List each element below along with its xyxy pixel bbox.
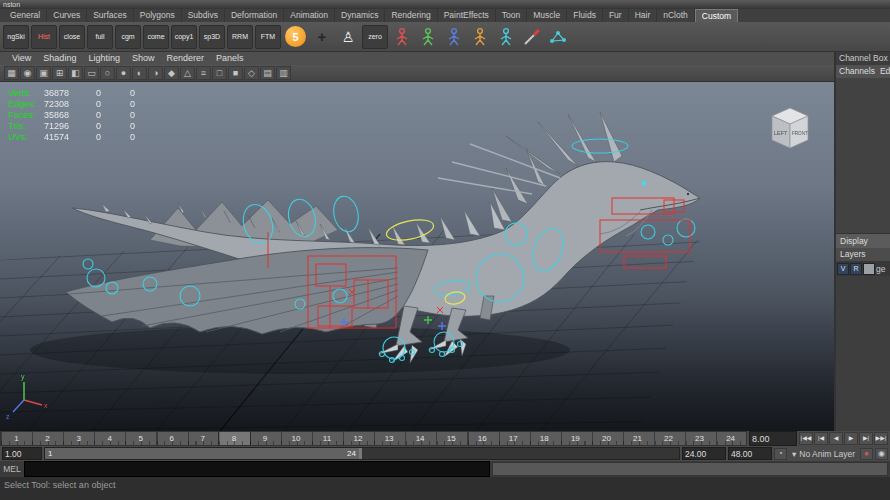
playback-button[interactable]: ▶▶| xyxy=(874,432,888,445)
shelf-button[interactable]: come xyxy=(143,25,169,49)
panel-menu-item[interactable]: View xyxy=(6,52,37,65)
range-slider[interactable]: 1 24 xyxy=(44,447,680,460)
wireframe-icon[interactable]: ■ xyxy=(228,66,243,80)
shelf-tab[interactable]: Rendering xyxy=(385,9,437,22)
playback-button[interactable]: |◀ xyxy=(814,432,828,445)
resolution-gate-icon[interactable]: ◑ xyxy=(148,66,163,80)
layer-name[interactable]: ge xyxy=(876,264,889,274)
shelf-button[interactable]: full xyxy=(87,25,113,49)
image-plane-icon[interactable]: ◧ xyxy=(68,66,83,80)
shelf-button[interactable]: ngSki xyxy=(3,25,29,49)
skeleton-orange-icon[interactable] xyxy=(468,25,492,49)
shelf-tab[interactable]: nCloth xyxy=(657,9,695,22)
shelf-tab[interactable]: Dynamics xyxy=(335,9,385,22)
panel-menu-item[interactable]: Show xyxy=(126,52,161,65)
playback-end-field[interactable] xyxy=(682,447,726,460)
shelf-tab[interactable]: Muscle xyxy=(527,9,567,22)
shelf-tab[interactable]: Animation xyxy=(284,9,335,22)
ball-5-icon[interactable]: 5 xyxy=(285,26,306,47)
safe-title-icon[interactable]: □ xyxy=(212,66,227,80)
lights-icon[interactable]: ▥ xyxy=(276,66,291,80)
skeleton-cyan-icon[interactable] xyxy=(494,25,518,49)
edit-menu[interactable]: Edit xyxy=(880,65,890,78)
animation-preferences-icon[interactable]: ◉ xyxy=(875,448,888,460)
textured-icon[interactable]: ▤ xyxy=(260,66,275,80)
shelf-tab[interactable]: PaintEffects xyxy=(438,9,496,22)
two-d-pan-zoom-icon[interactable]: ▭ xyxy=(84,66,99,80)
playback-button[interactable]: |◀◀ xyxy=(799,432,813,445)
brush-icon[interactable] xyxy=(520,25,544,49)
auto-keyframe-icon[interactable]: ● xyxy=(860,448,873,460)
layer-render-toggle[interactable]: R xyxy=(850,263,862,275)
viewport[interactable]: y x z LEFT FRONT Verts: 36878 0 0 Edges:… xyxy=(0,82,834,431)
camera-attributes-icon[interactable]: ▣ xyxy=(36,66,51,80)
current-time-field[interactable] xyxy=(749,431,797,446)
shelf-tab[interactable]: Polygons xyxy=(134,9,182,22)
shelf-button[interactable]: close xyxy=(59,25,85,49)
shelf-button[interactable]: FTM xyxy=(255,25,281,49)
bookmark-icon[interactable]: ⊞ xyxy=(52,66,67,80)
layers-menu[interactable]: Layers xyxy=(836,248,890,261)
shelf-tab[interactable]: Surfaces xyxy=(87,9,134,22)
layer-color-swatch[interactable] xyxy=(863,263,875,275)
dark-cross-icon[interactable]: + xyxy=(310,25,334,49)
grease-pencil-icon[interactable]: ○ xyxy=(100,66,115,80)
playback-button[interactable]: ◀ xyxy=(829,432,843,445)
command-line-input[interactable] xyxy=(24,461,490,477)
grid-icon[interactable]: ● xyxy=(116,66,131,80)
shelf-tab[interactable]: Curves xyxy=(47,9,87,22)
hypergraph-icon[interactable] xyxy=(546,25,570,49)
anim-layer-dropdown[interactable]: ▾ No Anim Layer xyxy=(789,449,858,459)
playback-button[interactable]: ▶ xyxy=(844,432,858,445)
channels-menu[interactable]: Channels xyxy=(839,65,875,78)
command-line-language-toggle[interactable]: MEL xyxy=(0,464,24,474)
view-cube-left-face[interactable]: LEFT xyxy=(774,130,788,136)
shelf-button[interactable]: RRM xyxy=(227,25,253,49)
shelf-button[interactable]: copy1 xyxy=(171,25,197,49)
frame-label: 3 xyxy=(63,432,94,445)
shelf-tab[interactable]: Fur xyxy=(603,9,629,22)
view-cube-front-face[interactable]: FRONT xyxy=(792,131,808,136)
shelf-button[interactable]: Hist xyxy=(31,25,57,49)
playback-options-icon[interactable]: ◔ xyxy=(774,448,787,460)
dragon-model[interactable] xyxy=(66,112,700,363)
skeleton-blue-icon[interactable] xyxy=(442,25,466,49)
shelf-tab[interactable]: Fluids xyxy=(567,9,603,22)
panel-menu-item[interactable]: Lighting xyxy=(82,52,126,65)
safe-action-icon[interactable]: ≡ xyxy=(196,66,211,80)
hud-col2: 0 xyxy=(96,99,130,109)
playhead[interactable] xyxy=(218,432,251,445)
animation-start-field[interactable] xyxy=(2,447,42,460)
display-tab[interactable]: Display xyxy=(836,233,890,248)
shelf-tab[interactable]: Deformation xyxy=(225,9,284,22)
time-slider[interactable]: 123456789101112131415161718192021222324 xyxy=(0,431,747,446)
pawn-figure-icon[interactable]: ♙ xyxy=(336,25,360,49)
shaded-icon[interactable]: ◇ xyxy=(244,66,259,80)
field-chart-icon[interactable]: △ xyxy=(180,66,195,80)
shelf-tab[interactable]: General xyxy=(4,9,47,22)
panel-menu-item[interactable]: Shading xyxy=(37,52,82,65)
zero-shelf-button[interactable]: zero xyxy=(362,25,388,49)
panel-menu-item[interactable]: Renderer xyxy=(160,52,210,65)
animation-end-field[interactable] xyxy=(728,447,772,460)
channel-box-body[interactable] xyxy=(836,78,890,233)
camera-lock-icon[interactable]: ◉ xyxy=(20,66,35,80)
layer-row[interactable]: V R ge xyxy=(836,261,890,276)
select-camera-icon[interactable]: ▦ xyxy=(4,66,19,80)
skeleton-red-icon[interactable] xyxy=(390,25,414,49)
near-wing[interactable] xyxy=(66,248,428,334)
panel-menu-item[interactable]: Panels xyxy=(210,52,250,65)
shelf-button[interactable]: sp3D xyxy=(199,25,225,49)
layer-visibility-toggle[interactable]: V xyxy=(837,263,849,275)
view-cube[interactable]: LEFT FRONT xyxy=(772,108,808,148)
skeleton-green-icon[interactable] xyxy=(416,25,440,49)
shelf-tab[interactable]: Custom xyxy=(695,9,738,22)
shelf-tab[interactable]: Subdivs xyxy=(182,9,225,22)
shelf-button[interactable]: cgm xyxy=(115,25,141,49)
film-gate-icon[interactable]: ◐ xyxy=(132,66,147,80)
gate-mask-icon[interactable]: ◆ xyxy=(164,66,179,80)
shelf-tab[interactable]: Toon xyxy=(496,9,527,22)
shelf-tab[interactable]: Hair xyxy=(629,9,658,22)
range-slider-bar[interactable]: 1 24 xyxy=(45,448,362,459)
playback-button[interactable]: ▶| xyxy=(859,432,873,445)
